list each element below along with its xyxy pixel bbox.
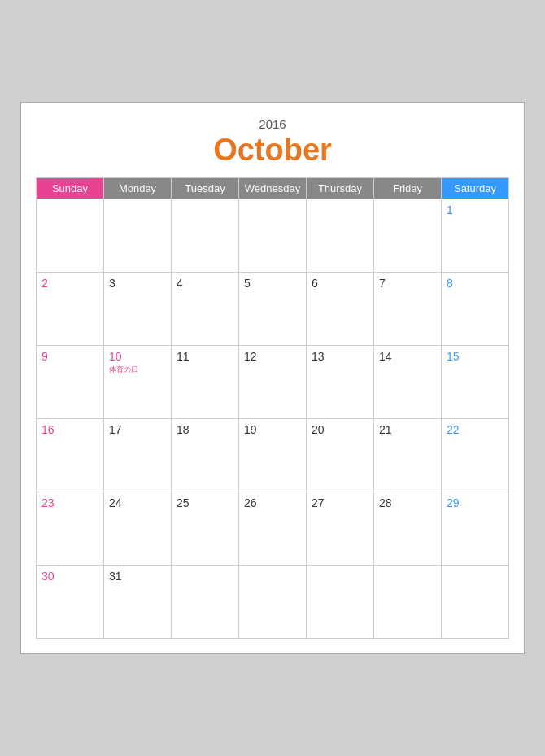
calendar-cell: 9: [37, 346, 104, 419]
day-number: 9: [41, 350, 98, 363]
day-number: 29: [447, 496, 504, 509]
day-number: 22: [447, 423, 504, 436]
day-number: 25: [177, 496, 233, 509]
day-number: 24: [109, 496, 166, 509]
calendar-cell: [172, 566, 239, 639]
calendar-cell: [374, 566, 442, 639]
day-number: 27: [312, 496, 368, 509]
holiday-label: 体育の日: [109, 365, 166, 375]
calendar-cell: 6: [307, 273, 374, 346]
calendar-cell: 23: [37, 492, 104, 566]
calendar-cell: [37, 199, 104, 273]
calendar-row: 23242526272829: [37, 492, 509, 566]
day-number: 15: [447, 350, 504, 363]
weekday-header-thursday: Thursday: [307, 178, 374, 199]
day-number: 5: [244, 277, 301, 290]
weekday-header-sunday: Sunday: [37, 178, 104, 199]
calendar-month: October: [36, 133, 509, 168]
calendar-row: 910体育の日1112131415: [37, 346, 509, 419]
calendar-cell: 7: [374, 273, 442, 346]
calendar-cell: 30: [37, 566, 104, 639]
calendar-cell: 19: [239, 419, 307, 492]
day-number: 19: [244, 423, 301, 436]
calendar-cell: 1: [442, 199, 509, 273]
calendar-cell: [239, 199, 307, 273]
calendar-cell: 2: [37, 273, 104, 346]
calendar-cell: [239, 566, 307, 639]
weekday-header-tuesday: Tuesday: [172, 178, 239, 199]
day-number: 4: [177, 277, 233, 290]
calendar-cell: 11: [172, 346, 239, 419]
calendar-cell: 16: [37, 419, 104, 492]
calendar-cell: [307, 199, 374, 273]
day-number: 30: [41, 570, 98, 583]
calendar-cell: [172, 199, 239, 273]
day-number: 28: [379, 496, 436, 509]
calendar-row: 3031: [37, 566, 509, 639]
day-number: 14: [379, 350, 436, 363]
calendar-cell: 27: [307, 492, 374, 566]
calendar-cell: 25: [172, 492, 239, 566]
calendar-cell: 18: [172, 419, 239, 492]
day-number: 8: [447, 277, 504, 290]
day-number: 23: [41, 496, 98, 509]
day-number: 13: [312, 350, 368, 363]
calendar-cell: 28: [374, 492, 442, 566]
calendar-cell: 22: [442, 419, 509, 492]
calendar-cell: 10体育の日: [104, 346, 172, 419]
calendar-container: 2016 October SundayMondayTuesdayWednesda…: [20, 102, 525, 654]
calendar-cell: 17: [104, 419, 172, 492]
calendar-row: 16171819202122: [37, 419, 509, 492]
calendar-cell: 21: [374, 419, 442, 492]
day-number: 21: [379, 423, 436, 436]
day-number: 20: [312, 423, 368, 436]
calendar-cell: 3: [104, 273, 172, 346]
calendar-cell: [104, 199, 172, 273]
weekday-header-monday: Monday: [104, 178, 172, 199]
day-number: 31: [109, 570, 166, 583]
calendar-cell: 15: [442, 346, 509, 419]
day-number: 26: [244, 496, 301, 509]
calendar-cell: 29: [442, 492, 509, 566]
calendar-cell: [442, 566, 509, 639]
day-number: 6: [312, 277, 368, 290]
calendar-cell: 14: [374, 346, 442, 419]
weekday-header-friday: Friday: [374, 178, 442, 199]
weekday-header-wednesday: Wednesday: [239, 178, 307, 199]
day-number: 1: [447, 203, 504, 216]
calendar-cell: 4: [172, 273, 239, 346]
calendar-cell: 26: [239, 492, 307, 566]
day-number: 3: [109, 277, 166, 290]
calendar-cell: 13: [307, 346, 374, 419]
calendar-row: 1: [37, 199, 509, 273]
weekday-header-saturday: Saturday: [442, 178, 509, 199]
day-number: 11: [177, 350, 233, 363]
calendar-row: 2345678: [37, 273, 509, 346]
day-number: 18: [177, 423, 233, 436]
day-number: 17: [109, 423, 166, 436]
calendar-cell: 12: [239, 346, 307, 419]
calendar-cell: 5: [239, 273, 307, 346]
calendar-cell: 24: [104, 492, 172, 566]
calendar-cell: [307, 566, 374, 639]
calendar-year: 2016: [36, 117, 509, 131]
calendar-cell: [374, 199, 442, 273]
calendar-table: SundayMondayTuesdayWednesdayThursdayFrid…: [36, 177, 509, 639]
weekday-header-row: SundayMondayTuesdayWednesdayThursdayFrid…: [37, 178, 509, 199]
day-number: 12: [244, 350, 301, 363]
calendar-cell: 20: [307, 419, 374, 492]
day-number: 2: [41, 277, 98, 290]
calendar-cell: 31: [104, 566, 172, 639]
day-number: 16: [41, 423, 98, 436]
calendar-cell: 8: [442, 273, 509, 346]
day-number: 10: [109, 350, 166, 363]
day-number: 7: [379, 277, 436, 290]
